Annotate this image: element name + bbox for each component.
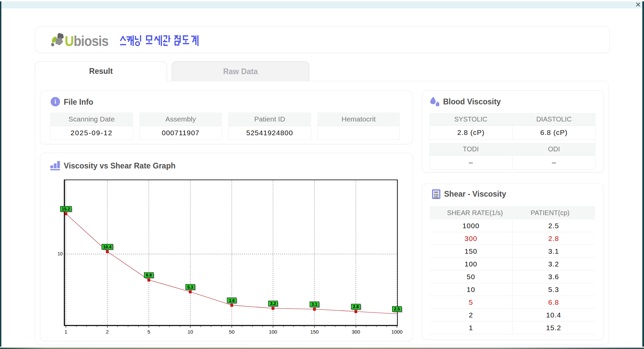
- svg-text:2.8: 2.8: [353, 304, 359, 309]
- svg-text:50: 50: [229, 329, 235, 335]
- svg-text:6.8: 6.8: [146, 273, 152, 278]
- svg-text:10: 10: [57, 251, 63, 256]
- svg-text:150: 150: [310, 329, 319, 335]
- svg-text:3.2: 3.2: [270, 301, 276, 306]
- svg-text:5.3: 5.3: [187, 285, 193, 290]
- svg-text:3.1: 3.1: [312, 302, 317, 307]
- svg-text:10.4: 10.4: [103, 245, 111, 249]
- svg-text:1000: 1000: [391, 329, 402, 335]
- svg-text:1: 1: [64, 329, 67, 335]
- svg-text:100: 100: [269, 329, 277, 335]
- svg-text:3.6: 3.6: [229, 298, 234, 303]
- svg-text:2: 2: [106, 329, 109, 335]
- svg-text:2.5: 2.5: [394, 307, 400, 311]
- svg-text:300: 300: [352, 329, 360, 335]
- svg-text:5: 5: [148, 329, 150, 335]
- svg-text:10: 10: [187, 329, 193, 335]
- svg-text:15.2: 15.2: [62, 207, 70, 211]
